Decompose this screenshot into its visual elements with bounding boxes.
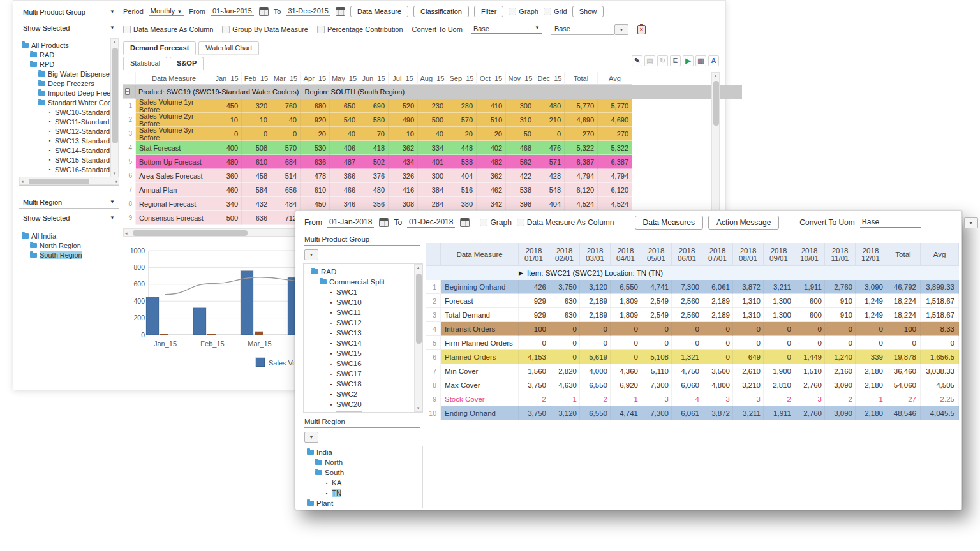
grid-cell[interactable]: 3,090 (825, 378, 856, 392)
grid-cell[interactable]: 406 (330, 141, 359, 155)
grid-cell[interactable]: 0 (580, 322, 611, 336)
uom-select[interactable]: Base (860, 217, 921, 228)
grid-cell[interactable]: 2,189 (580, 308, 611, 322)
grid-cell[interactable]: 760 (271, 99, 301, 113)
grid-cell[interactable]: 20 (447, 127, 477, 141)
data-measure-as-column-checkbox[interactable]: Data Measure As Column (123, 26, 213, 33)
font-icon[interactable]: A (708, 55, 719, 66)
group-header-row[interactable]: −Product: SWC19 (SWC19-Standard Water Co… (123, 85, 742, 99)
scroll-up-icon[interactable]: ▴ (712, 73, 719, 78)
grid-cell[interactable]: 630 (549, 308, 580, 322)
grid-cell[interactable]: 2,760 (825, 280, 856, 294)
group-by-data-measure-checkbox[interactable]: Group By Data Measure (222, 26, 308, 33)
scrollbar-thumb[interactable] (133, 230, 248, 236)
grid-cell[interactable]: 1,300 (764, 294, 794, 308)
tree-item-south-region[interactable]: South Region (20, 250, 119, 260)
grid-cell[interactable]: 18,224 (886, 294, 921, 308)
small-bar-Mar_15[interactable] (255, 332, 263, 335)
grid-cell[interactable]: 6,920 (611, 378, 641, 392)
grid-cell[interactable]: 432 (242, 197, 271, 211)
tree-item-rad[interactable]: RAD (310, 267, 422, 277)
grid-cell[interactable]: 100 (519, 322, 549, 336)
grid-cell[interactable]: 530 (301, 141, 330, 155)
grid-cell[interactable]: 0 (764, 322, 794, 336)
grid-cell[interactable]: 4,045.5 (921, 406, 959, 420)
grid-cell[interactable]: 630 (549, 294, 580, 308)
grid-cell[interactable]: 27 (886, 392, 921, 406)
from-date-field[interactable]: 01-Jan-2015 (211, 7, 254, 16)
grid-cell[interactable]: 308 (389, 197, 418, 211)
data-measure-as-column-checkbox[interactable]: Data Measure As Column (517, 218, 614, 227)
grid-cell[interactable]: 10 (212, 113, 242, 127)
grid-cell[interactable]: 418 (359, 141, 389, 155)
grid-cell[interactable]: 0 (641, 336, 672, 350)
grid-cell[interactable]: 4,690 (565, 113, 598, 127)
grid-cell[interactable]: 570 (271, 141, 301, 155)
tree-item-swc14[interactable]: ▪SWC14 (310, 338, 422, 348)
tree-item-swc20[interactable]: ▪SWC20 (310, 399, 422, 409)
tree-item-swc10[interactable]: ▪SWC10 (310, 297, 422, 307)
grid-cell[interactable]: 2,180 (856, 406, 886, 420)
grid-cell[interactable]: 2 (580, 392, 611, 406)
grid-cell[interactable]: 3,500 (702, 364, 733, 378)
grid-cell[interactable]: 4,524 (598, 197, 632, 211)
grid-cell[interactable]: 284 (418, 197, 447, 211)
grid-cell[interactable]: 410 (477, 99, 506, 113)
grid-cell[interactable]: 3,211 (733, 406, 764, 420)
grid-cell[interactable]: 0 (825, 322, 856, 336)
grid-cell[interactable]: 636 (301, 155, 330, 169)
grid-cell[interactable]: 1,310 (733, 308, 764, 322)
grid-cell[interactable]: 450 (301, 197, 330, 211)
grid-cell[interactable]: 1,249 (856, 308, 886, 322)
grid-cell[interactable]: 1,249 (856, 294, 886, 308)
grid-cell[interactable]: 1 (549, 392, 580, 406)
grid-cell[interactable]: 356 (359, 197, 389, 211)
calendar-icon[interactable] (460, 218, 470, 227)
product-group-dropdown[interactable]: Multi Product Group▼ (19, 6, 119, 18)
grid-cell[interactable]: 0 (702, 350, 733, 364)
tree-item-swc16[interactable]: ▪SWC16 (310, 358, 422, 369)
column-header[interactable]: May_15 (330, 72, 359, 85)
grid-cell[interactable]: 380 (447, 197, 477, 211)
grid-cell[interactable]: 500 (212, 211, 242, 225)
column-header[interactable]: 201809/01 (764, 243, 794, 266)
collapse-icon[interactable]: − (125, 88, 130, 95)
grid-cell[interactable]: 4,750 (672, 364, 702, 378)
grid-cell[interactable]: 2,549 (641, 308, 672, 322)
grid-cell[interactable]: 334 (418, 141, 447, 155)
column-header[interactable]: 201806/01 (672, 243, 702, 266)
grid-cell[interactable]: 4,630 (549, 378, 580, 392)
tree-item-swc15-standard-wa[interactable]: ▪SWC15-Standard Wa (20, 155, 119, 165)
column-header[interactable]: Avg (921, 243, 959, 266)
grid-cell[interactable]: 684 (271, 155, 301, 169)
tab-waterfall-chart[interactable]: Waterfall Chart (198, 41, 259, 55)
scrollbar-thumb[interactable] (29, 179, 89, 184)
show-button[interactable]: Show (572, 6, 604, 17)
grid-cell[interactable]: 487 (330, 155, 359, 169)
grid-cell[interactable]: 480 (359, 183, 389, 197)
grid-cell[interactable]: 0 (580, 336, 611, 350)
uom-combo[interactable]: Base ▼ (551, 24, 628, 35)
grid-cell[interactable]: 0 (702, 336, 733, 350)
grid-cell[interactable]: 0 (672, 336, 702, 350)
grid-cell[interactable]: 422 (506, 169, 535, 183)
column-header[interactable]: Oct_15 (477, 72, 506, 85)
grid-cell[interactable]: 3,090 (856, 280, 886, 294)
grid-cell[interactable]: 300 (418, 169, 447, 183)
grid-cell[interactable]: 0 (886, 336, 921, 350)
grid-cell[interactable]: 480 (535, 99, 565, 113)
grid-cell[interactable]: 610 (301, 183, 330, 197)
scrollbar-thumb[interactable] (713, 81, 719, 126)
grid-cell[interactable]: 4,524 (565, 197, 598, 211)
tree-item-swc12[interactable]: ▪SWC12 (310, 318, 422, 328)
grid-cell[interactable]: 502 (359, 155, 389, 169)
grid-cell[interactable]: 3 (702, 392, 733, 406)
grid-cell[interactable]: 5,322 (598, 141, 632, 155)
grid-cell[interactable]: 48,546 (886, 406, 921, 420)
column-header[interactable]: 201811/01 (825, 243, 856, 266)
bar-Mar_15[interactable] (241, 271, 253, 335)
grid-cell[interactable]: 400 (212, 141, 242, 155)
grid-cell[interactable]: 3,750 (519, 378, 549, 392)
grid-cell[interactable]: 4,794 (598, 169, 632, 183)
grid-cell[interactable]: 910 (825, 294, 856, 308)
